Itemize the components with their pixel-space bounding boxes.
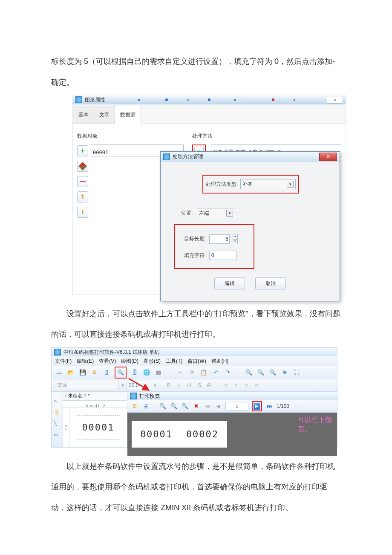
- dialog-cancel-button[interactable]: 取消: [255, 278, 286, 289]
- ruler-h: |0 cm|1 |2: [63, 401, 127, 408]
- move-icon[interactable]: ✥: [281, 369, 288, 376]
- line-icon[interactable]: ╲: [54, 416, 61, 423]
- type-label: 处理方法类型:: [206, 177, 238, 191]
- dialog-edit-button[interactable]: 编辑: [214, 278, 245, 289]
- first-page-icon[interactable]: ⏮: [203, 402, 211, 410]
- page-input[interactable]: 1: [225, 402, 248, 410]
- plus-icon: ＋: [80, 143, 86, 159]
- chevron-down-icon: ▾: [226, 210, 233, 217]
- type-value: 补齐: [242, 177, 253, 191]
- preview-label-1: 00001: [135, 424, 178, 445]
- page-total: 1/100: [277, 399, 289, 413]
- label-preview[interactable]: 00001: [77, 415, 120, 440]
- length-spinner[interactable]: ▴▾: [233, 234, 238, 244]
- fill-char-label: 填充字符:: [180, 249, 206, 262]
- annotation-pink-note: 可以往下翻 页。: [298, 415, 332, 434]
- tab-basic[interactable]: 基本: [73, 106, 94, 123]
- print-preview-icon[interactable]: 🔍: [117, 369, 124, 376]
- cut-icon[interactable]: ✂: [176, 369, 184, 376]
- screenshot-print-preview: 中琅条码标签打印软件-V6.3.1 试用版 单机 文件(F) 编辑(E) 查看(…: [51, 347, 337, 448]
- dialog-title: 处理方法管理: [173, 150, 203, 163]
- pointer-icon[interactable]: ↖: [54, 394, 61, 401]
- align-center-icon[interactable]: ≡: [232, 382, 240, 389]
- zoom-fit-icon[interactable]: 🔍: [269, 369, 277, 376]
- db-icon[interactable]: 🗄: [131, 369, 138, 376]
- zoom-out-icon[interactable]: 🔍: [257, 369, 265, 376]
- align-right-icon[interactable]: ≡: [242, 382, 250, 389]
- screenshot-graphic-properties: 图形属性 ✕ 基本 文字 数据源 数据对象 ＋ — 00: [72, 95, 346, 295]
- text-style-icon[interactable]: Aᵇ: [206, 382, 213, 389]
- move-down-button[interactable]: [77, 207, 88, 218]
- doc-tab[interactable]: ▫ 未命名-1 *: [63, 392, 127, 401]
- design-canvas[interactable]: 00001: [69, 408, 127, 447]
- left-toolbar: ↖ ✋ ╲ ▭: [52, 392, 63, 447]
- paste-icon[interactable]: 📋: [200, 369, 208, 376]
- type-combo[interactable]: 补齐 ▾: [240, 179, 296, 189]
- paragraph-3: 以上就是在条码软件中设置流水号的步骤，是不是很简单，条码软件各种打印机通用的，要…: [51, 456, 341, 518]
- chevron-down-icon: ▾: [287, 181, 294, 188]
- rect-icon[interactable]: ▭: [54, 428, 61, 434]
- font-size-value: 20.0: [129, 379, 138, 392]
- font-size-combo[interactable]: 20.0: [127, 381, 151, 390]
- underline-icon[interactable]: U: [185, 382, 193, 389]
- fullscreen-icon[interactable]: ⛶: [293, 369, 300, 376]
- gear-icon[interactable]: ⚙: [91, 369, 98, 376]
- font-family-combo[interactable]: 宋体: [55, 381, 119, 390]
- dialog-close-button[interactable]: ✕: [319, 153, 337, 161]
- bold-icon[interactable]: B: [165, 382, 173, 389]
- move-up-button[interactable]: [77, 191, 88, 202]
- save-icon[interactable]: 💾: [79, 369, 86, 376]
- tab-bar: 基本 文字 数据源: [73, 104, 346, 124]
- redo-icon[interactable]: ↷: [224, 369, 231, 376]
- print-icon[interactable]: 🖨: [142, 402, 150, 410]
- position-label: 位置:: [181, 206, 193, 220]
- edit-button[interactable]: [77, 161, 88, 172]
- window-titlebar: 图形属性 ✕: [73, 95, 346, 104]
- grid-icon[interactable]: ▦: [155, 369, 162, 376]
- copy-icon[interactable]: ⧉: [188, 369, 196, 376]
- process-method-label: 处理方法: [192, 129, 341, 143]
- hand-icon[interactable]: ✋: [54, 405, 61, 412]
- zoom-fit-icon[interactable]: 🔍: [181, 402, 189, 410]
- globe-icon[interactable]: 🌐: [143, 369, 150, 376]
- last-page-icon[interactable]: ⏭: [265, 402, 273, 410]
- prev-page-icon[interactable]: ◀: [214, 402, 222, 410]
- next-page-icon[interactable]: ▶: [254, 403, 260, 410]
- titlebar-decor: [107, 97, 320, 102]
- target-length-input[interactable]: 5: [209, 234, 230, 244]
- align-justify-icon[interactable]: ≡: [253, 382, 260, 389]
- print-icon[interactable]: 🖨: [103, 369, 110, 376]
- paragraph-1: 标长度为 5（可以根据自己的需求自定义进行设置），填充字符为 0，然后点击添加-…: [51, 51, 341, 92]
- highlight-params: 目标长度: 5 ▴▾ 填充字符: 0: [174, 224, 254, 269]
- window-close-button[interactable]: ✕: [327, 96, 343, 104]
- preview-toolbar: ⚙ 🖨 🔍 🔍 🔍 ✖ ⏮ ◀ 1 ▶ ⏭ 1: [127, 400, 337, 413]
- close-preview-icon[interactable]: ✖: [192, 402, 200, 410]
- zoom-out-icon[interactable]: 🔍: [170, 402, 178, 410]
- target-length-label: 目标长度:: [180, 232, 206, 246]
- app-icon: [163, 153, 170, 160]
- position-combo[interactable]: 左端 ▾: [197, 208, 235, 218]
- remove-button[interactable]: —: [77, 176, 88, 187]
- chevron-down-icon: ▾: [121, 379, 124, 392]
- zoom-in-icon[interactable]: 🔍: [245, 369, 253, 376]
- preview-label-2: 00002: [181, 424, 224, 445]
- app-icon: [75, 96, 82, 103]
- preview-strip: 00001 00002: [132, 421, 227, 448]
- add-button[interactable]: ＋: [77, 145, 88, 156]
- highlight-print-preview: 🔍: [115, 367, 127, 379]
- position-value: 左端: [199, 206, 209, 220]
- gear-icon[interactable]: ⚙: [131, 402, 138, 410]
- strike-icon[interactable]: S: [196, 382, 203, 389]
- zoom-in-icon[interactable]: 🔍: [159, 402, 167, 410]
- highlight-next-page: ▶: [252, 401, 262, 411]
- tab-datasource[interactable]: 数据源: [115, 106, 141, 124]
- open-icon[interactable]: 📂: [67, 369, 75, 376]
- tab-text[interactable]: 文字: [94, 106, 115, 123]
- new-icon[interactable]: ▭: [55, 369, 63, 376]
- undo-icon[interactable]: ↶: [212, 369, 219, 376]
- align-left-icon[interactable]: ≡: [222, 382, 230, 389]
- fill-char-input[interactable]: 0: [209, 251, 236, 260]
- process-method-dialog: 处理方法管理 ✕ 处理方法类型: 补齐 ▾ 位置: 左端: [160, 151, 340, 301]
- dialog-titlebar: 处理方法管理 ✕: [161, 152, 340, 162]
- italic-icon[interactable]: I: [175, 382, 183, 389]
